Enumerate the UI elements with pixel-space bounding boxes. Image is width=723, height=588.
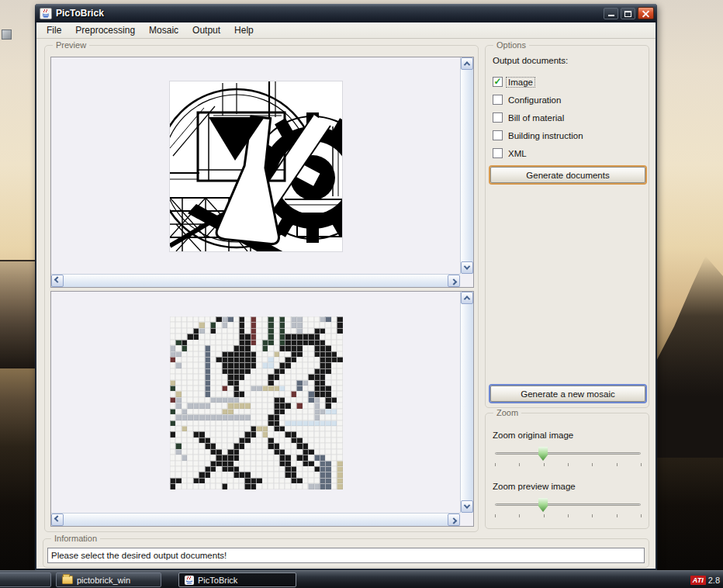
preview-group-label: Preview xyxy=(53,40,89,50)
taskbar-button-folder[interactable]: pictobrick_win xyxy=(56,572,161,587)
chevron-up-icon xyxy=(464,296,470,302)
ati-tray-icon[interactable]: ATI xyxy=(690,576,706,585)
scroll-down-button[interactable] xyxy=(461,261,473,274)
checkbox-box[interactable] xyxy=(493,130,503,140)
minimize-icon xyxy=(608,15,614,16)
original-image xyxy=(170,81,342,251)
scroll-down-button[interactable] xyxy=(461,500,473,513)
chevron-left-icon xyxy=(54,515,61,521)
scroll-left-button[interactable] xyxy=(51,275,64,287)
maximize-button[interactable] xyxy=(621,8,635,19)
options-group-label: Options xyxy=(493,40,529,50)
generate-documents-button[interactable]: Generate documents xyxy=(490,167,645,183)
zoom-original-label: Zoom original image xyxy=(493,431,573,440)
java-cup-icon xyxy=(41,9,50,18)
menu-output[interactable]: Output xyxy=(185,23,227,37)
checkbox-label: Building instruction xyxy=(507,131,585,140)
slider-track[interactable] xyxy=(495,452,641,455)
original-image-scrollpane xyxy=(50,57,474,288)
scroll-up-button[interactable] xyxy=(461,57,473,70)
menu-help[interactable]: Help xyxy=(227,23,261,37)
information-field[interactable]: Please select the desired output documen… xyxy=(47,548,645,563)
checkbox-box[interactable] xyxy=(493,95,503,105)
checkbox-label: Image xyxy=(507,78,534,87)
original-image-view xyxy=(51,57,460,274)
java-cup-icon xyxy=(185,576,194,585)
slider-thumb[interactable] xyxy=(538,498,548,512)
checkbox-label: XML xyxy=(507,149,528,158)
chevron-right-icon xyxy=(451,517,457,524)
client-area: Preview xyxy=(36,39,656,569)
checkbox-label: Configuration xyxy=(507,95,562,105)
information-group: Information Please select the desired ou… xyxy=(43,538,649,568)
wallpaper-bridge xyxy=(0,260,37,368)
checkbox-box[interactable] xyxy=(493,77,503,87)
chevron-right-icon xyxy=(451,278,457,285)
zoom-group-label: Zoom xyxy=(493,408,521,417)
maximize-icon xyxy=(624,11,631,17)
zoom-preview-label: Zoom preview image xyxy=(493,482,576,491)
mosaic-vertical-scrollbar[interactable] xyxy=(460,292,473,513)
taskbar-button-pictobrick[interactable]: PicToBrick xyxy=(178,572,296,587)
slider-thumb[interactable] xyxy=(538,447,548,461)
java-app-icon xyxy=(40,8,52,19)
checkbox-box[interactable] xyxy=(493,148,503,158)
mosaic-preview-scrollpane xyxy=(50,291,474,527)
chevron-down-icon xyxy=(464,263,470,269)
chevron-down-icon xyxy=(464,502,470,508)
ati-tray-value: 2.8 xyxy=(708,576,720,585)
mosaic-preview-view xyxy=(51,292,460,513)
scroll-up-button[interactable] xyxy=(461,292,473,304)
zoom-preview-slider[interactable] xyxy=(495,497,641,517)
checkbox-label: Bill of material xyxy=(507,113,566,123)
menu-preprocessing[interactable]: Preprocessing xyxy=(68,23,142,37)
scroll-right-button[interactable] xyxy=(448,514,460,526)
title-bar[interactable]: PicToBrick xyxy=(35,4,657,22)
original-horizontal-scrollbar[interactable] xyxy=(51,274,460,287)
scroll-left-button[interactable] xyxy=(51,514,64,526)
window-title: PicToBrick xyxy=(56,8,604,19)
minimize-button[interactable] xyxy=(604,8,618,19)
menu-file[interactable]: File xyxy=(40,23,68,37)
wallpaper-hill xyxy=(653,256,723,458)
taskbar: ailable n... pictobrick_win PicToBrick A… xyxy=(0,570,723,588)
generate-new-mosaic-button[interactable]: Generate a new mosaic xyxy=(490,386,645,402)
mosaic-preview-image xyxy=(170,316,343,490)
scroll-right-button[interactable] xyxy=(448,275,460,287)
options-group: Options Output documents: Image Configur… xyxy=(485,45,649,408)
zoom-group: Zoom Zoom original image Zoom preview im… xyxy=(485,413,649,529)
menu-mosaic[interactable]: Mosaic xyxy=(142,23,185,37)
preview-group: Preview xyxy=(44,45,479,532)
checkbox-image[interactable]: Image xyxy=(493,77,534,87)
zoom-original-slider[interactable] xyxy=(495,446,641,466)
information-group-label: Information xyxy=(51,534,100,543)
checkbox-configuration[interactable]: Configuration xyxy=(493,95,562,105)
checkbox-box[interactable] xyxy=(493,112,503,123)
pictobrick-window: PicToBrick File Preprocessing Mosaic Out… xyxy=(35,4,657,570)
menu-bar: File Preprocessing Mosaic Output Help xyxy=(36,22,656,39)
slider-track[interactable] xyxy=(495,503,641,506)
chevron-up-icon xyxy=(464,61,470,67)
output-documents-label: Output documents: xyxy=(493,56,568,65)
chevron-left-icon xyxy=(54,276,61,282)
desktop-icon[interactable] xyxy=(2,29,12,40)
checkbox-bill-of-material[interactable]: Bill of material xyxy=(493,112,566,123)
system-tray: ATI 2.8 xyxy=(690,573,720,586)
checkbox-building-instruction[interactable]: Building instruction xyxy=(493,130,585,140)
mosaic-horizontal-scrollbar[interactable] xyxy=(51,513,460,526)
original-vertical-scrollbar[interactable] xyxy=(460,57,473,274)
close-button[interactable] xyxy=(638,7,654,19)
taskbar-button-partial[interactable]: ailable n... xyxy=(0,572,51,587)
checkbox-xml[interactable]: XML xyxy=(493,148,528,158)
folder-icon xyxy=(62,576,73,584)
